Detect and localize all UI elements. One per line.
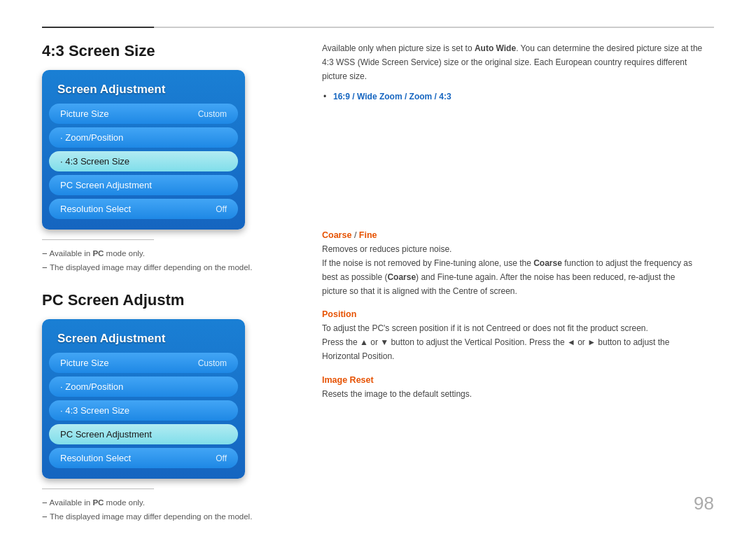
section-pc-screen-adjustm: PC Screen Adjustm Screen Adjustment Pict…	[42, 291, 280, 524]
menu-item-1-2-label: · 4:3 Screen Size	[60, 156, 130, 167]
menu-panel-1: Screen Adjustment Picture Size Custom · …	[42, 70, 245, 230]
section1-note2: ‒ The displayed image may differ dependi…	[42, 261, 280, 275]
menu-item-1-4-value: Off	[216, 204, 227, 214]
menu-panel-2-heading: Screen Adjustment	[49, 326, 238, 353]
right-column: Available only when picture size is set …	[301, 42, 714, 524]
subsection-position: Position To adjust the PC's screen posit…	[322, 309, 714, 363]
menu-item-1-3-label: PC Screen Adjustment	[60, 180, 152, 190]
section2-title: PC Screen Adjustm	[42, 291, 280, 309]
subsection-image-reset: Image Reset Resets the image to the defa…	[322, 375, 714, 402]
subsection-coarse-fine-title: Coarse / Fine	[322, 230, 714, 240]
menu-item-2-1-label: · Zoom/Position	[60, 381, 123, 392]
menu-item-1-3[interactable]: PC Screen Adjustment	[49, 175, 238, 195]
menu-item-2-3-label: PC Screen Adjustment	[60, 429, 152, 440]
menu-item-2-2[interactable]: · 4:3 Screen Size	[49, 400, 238, 421]
subsection-coarse-fine-body: Removes or reduces picture noise. If the…	[322, 243, 700, 298]
right-section1-intro: Available only when picture size is set …	[322, 42, 714, 83]
section1-note1: ‒ Available in PC mode only.	[42, 247, 280, 261]
section2-divider	[42, 489, 154, 489]
section2-note2: ‒ The displayed image may differ dependi…	[42, 510, 280, 524]
subsection-position-body: To adjust the PC's screen position if it…	[322, 322, 700, 363]
subsection-image-reset-body: Resets the image to the default settings…	[322, 388, 700, 402]
menu-item-2-2-label: · 4:3 Screen Size	[60, 405, 130, 416]
section1-divider	[42, 239, 154, 240]
menu-panel-2: Screen Adjustment Picture Size Custom · …	[42, 319, 245, 479]
menu-item-2-3[interactable]: PC Screen Adjustment	[49, 424, 238, 444]
menu-item-2-0[interactable]: Picture Size Custom	[49, 353, 238, 373]
menu-item-1-0-value: Custom	[198, 109, 227, 119]
section1-title: 4:3 Screen Size	[42, 42, 280, 60]
menu-item-1-0-label: Picture Size	[60, 108, 108, 119]
page-number: 98	[694, 493, 714, 514]
bullet-zoom-text: 16:9 / Wide Zoom / Zoom / 4:3	[333, 92, 451, 101]
menu-panel-1-heading: Screen Adjustment	[49, 77, 238, 104]
right-section-2: Coarse / Fine Removes or reduces picture…	[322, 230, 714, 401]
menu-item-1-0[interactable]: Picture Size Custom	[49, 104, 238, 124]
bullet-item-zoom: 16:9 / Wide Zoom / Zoom / 4:3	[322, 90, 714, 104]
menu-item-2-1[interactable]: · Zoom/Position	[49, 377, 238, 397]
right-section1-bullets: 16:9 / Wide Zoom / Zoom / 4:3	[322, 90, 714, 104]
menu-item-2-4[interactable]: Resolution Select Off	[49, 448, 238, 468]
subsection-position-title: Position	[322, 309, 714, 319]
right-section-1: Available only when picture size is set …	[322, 42, 714, 104]
left-column: 4:3 Screen Size Screen Adjustment Pictur…	[42, 42, 301, 524]
section2-note1: ‒ Available in PC mode only.	[42, 496, 280, 510]
subsection-coarse-fine: Coarse / Fine Removes or reduces picture…	[322, 230, 714, 298]
menu-item-2-4-label: Resolution Select	[60, 453, 131, 463]
top-decorative-line	[42, 27, 714, 28]
menu-item-1-4-label: Resolution Select	[60, 204, 131, 214]
menu-item-1-2[interactable]: · 4:3 Screen Size	[49, 151, 238, 171]
menu-item-1-1-label: · Zoom/Position	[60, 132, 123, 143]
menu-item-1-1[interactable]: · Zoom/Position	[49, 127, 238, 148]
subsection-image-reset-title: Image Reset	[322, 375, 714, 385]
menu-item-1-4[interactable]: Resolution Select Off	[49, 199, 238, 219]
menu-item-2-0-label: Picture Size	[60, 358, 108, 368]
menu-item-2-4-value: Off	[216, 454, 227, 463]
menu-item-2-0-value: Custom	[198, 358, 227, 368]
section-43-screen-size: 4:3 Screen Size Screen Adjustment Pictur…	[42, 42, 280, 274]
